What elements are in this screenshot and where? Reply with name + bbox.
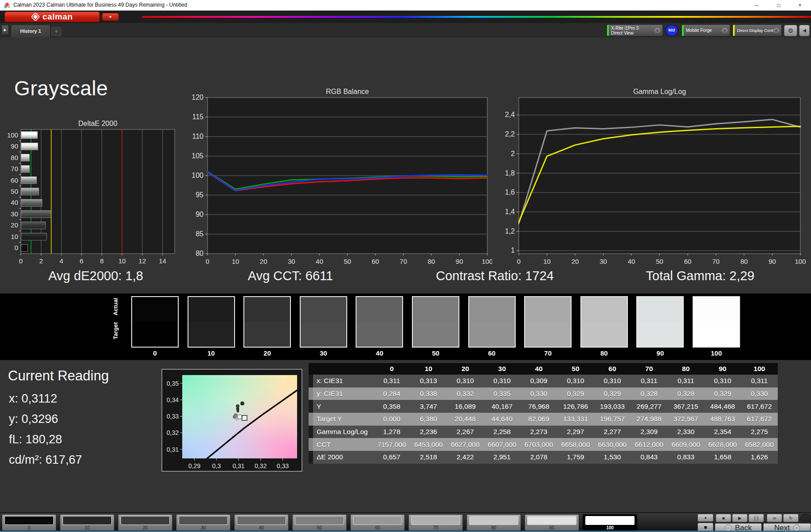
collapse-panel-button[interactable]: ◀ xyxy=(799,25,810,36)
svg-text:110: 110 xyxy=(192,133,204,140)
svg-text:90: 90 xyxy=(196,211,204,218)
minimize-button[interactable]: ─ xyxy=(746,0,767,11)
swatch-target xyxy=(525,322,571,347)
svg-text:1,6: 1,6 xyxy=(505,188,515,196)
play-button[interactable]: ▶ xyxy=(732,514,748,522)
pattern-patch-80[interactable]: 80 xyxy=(466,514,521,531)
calman-menu-button[interactable]: calman xyxy=(4,12,100,22)
svg-text:70: 70 xyxy=(400,258,407,265)
table-cell: 0,313 xyxy=(410,375,447,387)
table-column-header: 90 xyxy=(704,363,741,375)
table-cell: 0,328 xyxy=(667,387,704,400)
gamma-chart-title: Gamma Log/Log xyxy=(519,88,800,96)
pattern-patch-50[interactable]: 50 xyxy=(292,514,347,531)
page-title: Grayscale xyxy=(14,76,108,100)
source-status-bar xyxy=(682,25,684,36)
pattern-patch-0[interactable]: 0 xyxy=(2,514,56,531)
settings-gear-button[interactable]: ⚙ xyxy=(784,25,797,36)
patch-swatch xyxy=(237,516,286,525)
svg-text:100: 100 xyxy=(192,172,204,179)
table-row: Target Y0,0006,38020,44844,64082,069133,… xyxy=(309,413,778,426)
add-tab-button[interactable]: + xyxy=(51,27,61,36)
source-dropdown[interactable]: Mobile Forge ▼ xyxy=(682,24,730,36)
svg-text:0,34: 0,34 xyxy=(167,396,179,403)
swatch-level-30 xyxy=(300,296,347,348)
summary-total-gamma: Total Gamma: 2,29 xyxy=(646,269,755,283)
pattern-window-up-button[interactable]: ▲ xyxy=(697,514,713,522)
maximize-button[interactable]: □ xyxy=(768,0,789,11)
table-cell: 2,422 xyxy=(447,451,484,464)
svg-text:60: 60 xyxy=(11,176,18,184)
patch-swatch xyxy=(469,516,518,525)
table-column-header: 100 xyxy=(741,363,778,375)
calman-menu-arrow[interactable]: ▼ xyxy=(102,13,119,21)
pattern-patch-70[interactable]: 70 xyxy=(408,514,463,531)
svg-text:0: 0 xyxy=(19,257,23,265)
stop-button[interactable]: ■ xyxy=(716,514,731,522)
cie-measurement-point xyxy=(237,410,239,412)
swatch-target xyxy=(469,322,515,347)
pattern-patch-60[interactable]: 60 xyxy=(350,514,405,531)
svg-text:0,32: 0,32 xyxy=(255,462,266,469)
table-column-header: 60 xyxy=(594,363,631,375)
tab-history-1[interactable]: History 1 xyxy=(12,25,50,37)
svg-text:60: 60 xyxy=(684,258,692,265)
table-cell: 2,273 xyxy=(521,426,557,438)
table-cell: 0,310 xyxy=(557,375,594,387)
cie-target-square xyxy=(242,415,247,420)
table-row: ΔE 20000,6572,5182,4222,9512,0781,7591,5… xyxy=(309,451,778,464)
swatch-label: 70 xyxy=(524,349,572,357)
svg-text:80: 80 xyxy=(11,154,18,161)
pattern-window-button[interactable]: ■ xyxy=(697,523,713,532)
patch-swatch xyxy=(63,516,112,525)
meter-dropdown[interactable]: X-Rite i1Pro 3 Direct View ▼ xyxy=(607,24,663,36)
pattern-patch-10[interactable]: 10 xyxy=(60,514,114,531)
svg-text:80: 80 xyxy=(427,258,435,265)
step-button[interactable]: [·] xyxy=(748,514,764,522)
patch-swatch xyxy=(295,516,344,525)
status-led xyxy=(800,514,811,522)
patch-label: 90 xyxy=(525,525,579,530)
table-cell: 0,311 xyxy=(667,375,704,387)
svg-text:70: 70 xyxy=(712,258,720,265)
table-cell: 6628,000 xyxy=(704,438,741,451)
close-button[interactable]: × xyxy=(790,0,810,11)
grayscale-swatch-strip: Actual Target 0102030405060708090100 xyxy=(0,293,811,360)
table-cell: 2,330 xyxy=(667,426,704,438)
pattern-patch-20[interactable]: 20 xyxy=(118,514,172,531)
table-cell: 0,311 xyxy=(631,375,667,387)
refresh-button[interactable]: ↻ xyxy=(783,514,799,522)
pattern-patch-100[interactable]: 100 xyxy=(583,514,637,531)
svg-text:14: 14 xyxy=(159,257,166,265)
table-cell: 6609,000 xyxy=(667,438,704,451)
svg-text:1,4: 1,4 xyxy=(505,208,515,215)
table-row: Y0,3583,74716,08940,16776,968126,786193,… xyxy=(309,400,778,413)
swatch-level-50 xyxy=(412,296,459,348)
swatch-actual xyxy=(132,297,178,322)
loop-button[interactable]: ∞ xyxy=(767,514,782,522)
svg-text:50: 50 xyxy=(11,188,18,195)
table-cell: 484,468 xyxy=(704,400,741,413)
patch-swatch xyxy=(585,516,635,525)
table-row-label: Y xyxy=(313,400,373,413)
tab-scroll-button[interactable]: ▶ xyxy=(1,25,9,35)
patch-swatch xyxy=(411,516,460,525)
pattern-patch-90[interactable]: 90 xyxy=(525,514,579,531)
svg-text:115: 115 xyxy=(192,113,204,121)
table-cell: 6,380 xyxy=(410,413,447,426)
swatch-actual xyxy=(581,297,627,322)
pattern-patch-40[interactable]: 40 xyxy=(234,514,289,531)
svg-text:2: 2 xyxy=(511,150,515,157)
actual-row-label: Actual xyxy=(112,307,119,316)
table-cell: 2,518 xyxy=(410,451,447,464)
cie-plot: 0,310,320,330,340,350,290,30,310,320,33 xyxy=(162,370,302,471)
measurement-table: 0102030405060708090100x: CIE310,3110,313… xyxy=(309,363,778,464)
pattern-patch-30[interactable]: 30 xyxy=(176,514,231,531)
patch-label: 50 xyxy=(293,525,346,530)
display-control-dropdown[interactable]: Direct Display Control ▼ xyxy=(733,24,782,36)
svg-text:2,4: 2,4 xyxy=(505,111,515,118)
table-cell: 0,328 xyxy=(631,387,667,400)
table-cell: 0,358 xyxy=(373,400,410,413)
table-cell: 16,089 xyxy=(447,400,484,413)
svg-text:40: 40 xyxy=(628,258,635,265)
